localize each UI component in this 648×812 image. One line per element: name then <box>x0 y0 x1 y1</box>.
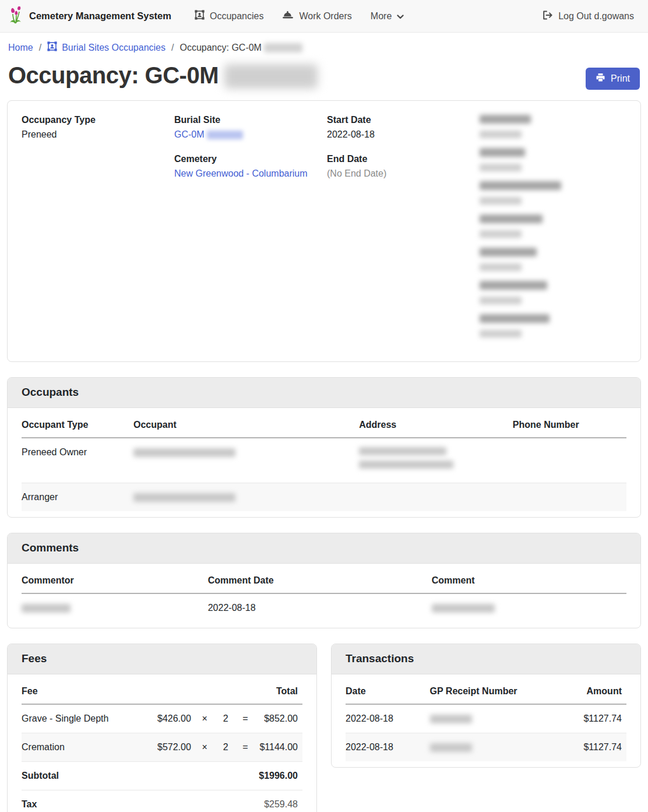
column-header: Fee <box>22 678 148 704</box>
redacted-label <box>480 148 525 157</box>
portrait-frame-icon <box>195 10 205 22</box>
subtotal-label: Subtotal <box>22 762 148 790</box>
occupant-cell <box>133 483 359 512</box>
redacted-text <box>224 64 318 89</box>
table-header-row: Date GP Receipt Number Amount <box>346 678 626 704</box>
field-label: End Date <box>327 154 474 164</box>
fee-qty-cell: 2 <box>218 704 238 733</box>
field-value: Preneed <box>22 129 168 140</box>
redacted-field <box>480 148 626 171</box>
details-column-2: Burial Site GC-0M Cemetery New Greenwood… <box>174 115 321 347</box>
print-button[interactable]: Print <box>586 68 640 90</box>
field-value: 2022-08-18 <box>327 129 474 140</box>
occupants-body: Occupant Type Occupant Address Phone Num… <box>8 408 640 517</box>
fees-body: Fee Total Grave - Single Depth $426.00 ×… <box>8 674 316 812</box>
nav-item-more[interactable]: More <box>364 6 411 26</box>
redacted-field <box>480 281 626 304</box>
breadcrumb-occupancies-link[interactable]: Burial Sites Occupancies <box>47 41 165 54</box>
nav-item-occupancies[interactable]: Occupancies <box>188 5 271 27</box>
redacted-field <box>480 115 626 138</box>
comments-header: Comments <box>8 533 640 564</box>
comments-body: Commentor Comment Date Comment 2022-08-1… <box>8 564 640 628</box>
field-label: Start Date <box>327 115 474 125</box>
page-title: Occupancy: GC-0M <box>8 62 318 89</box>
printer-icon <box>596 73 605 85</box>
column-header: Phone Number <box>513 412 626 438</box>
logout-button[interactable]: Log Out d.gowans <box>543 10 634 22</box>
fees-table: Fee Total Grave - Single Depth $426.00 ×… <box>22 678 302 812</box>
redacted-label <box>480 248 537 256</box>
title-row: Occupancy: GC-0M Print <box>0 58 648 90</box>
nav-links: Occupancies Work Orders More <box>188 5 411 27</box>
comment-cell <box>432 593 626 622</box>
breadcrumb: Home / Burial Sites Occupancies / Occupa… <box>0 33 648 58</box>
top-navbar: Cemetery Management System Occupancies <box>0 0 648 33</box>
table-row: Preneed Owner <box>22 438 626 483</box>
redacted-value <box>480 263 522 271</box>
fees-card: Fees Fee Total Grave - Single <box>7 644 317 812</box>
app-title: Cemetery Management System <box>29 10 171 22</box>
multiply-sign: × <box>196 704 219 733</box>
table-header-row: Occupant Type Occupant Address Phone Num… <box>22 412 626 438</box>
field-label: Burial Site <box>174 115 321 125</box>
tax-label: Tax <box>22 790 148 812</box>
cemetery-field: Cemetery New Greenwood - Columbarium <box>174 154 321 179</box>
address-cell <box>359 483 513 512</box>
nav-item-work-orders[interactable]: Work Orders <box>275 5 358 27</box>
field-label: Cemetery <box>174 154 321 164</box>
fee-qty-cell: 2 <box>218 733 238 762</box>
redacted-text <box>207 131 243 139</box>
redacted-value <box>480 164 522 171</box>
subtotal-value: $1996.00 <box>258 762 302 790</box>
redacted-field <box>480 181 626 205</box>
details-column-3: Start Date 2022-08-18 End Date (No End D… <box>327 115 474 347</box>
redacted-value <box>480 330 522 338</box>
breadcrumb-home-link[interactable]: Home <box>8 43 33 53</box>
end-date-field: End Date (No End Date) <box>327 154 474 179</box>
burial-site-field: Burial Site GC-0M <box>174 115 321 140</box>
address-cell <box>359 438 513 483</box>
field-label: Occupancy Type <box>22 115 168 125</box>
column-header: Amount <box>548 678 626 704</box>
occupants-card: Occupants Occupant Type Occupant Address… <box>7 377 641 518</box>
tax-row: Tax $259.48 <box>22 790 302 812</box>
app-brand: Cemetery Management System <box>8 6 171 26</box>
table-row: Grave - Single Depth $426.00 × 2 = $852.… <box>22 704 302 733</box>
breadcrumb-section-label: Burial Sites Occupancies <box>62 43 165 53</box>
hard-hat-icon <box>282 10 294 22</box>
table-row: 2022-08-18 $1127.74 <box>346 704 626 733</box>
fee-total-cell: $852.00 <box>258 704 302 733</box>
redacted-text <box>430 743 472 752</box>
phone-cell <box>513 483 626 512</box>
redacted-label <box>480 181 561 190</box>
amount-cell: $1127.74 <box>548 733 626 762</box>
redacted-value <box>480 197 522 205</box>
redacted-field <box>480 215 626 238</box>
receipt-number-cell <box>430 704 548 733</box>
table-row: Arranger <box>22 483 626 512</box>
fee-price-cell: $426.00 <box>148 704 196 733</box>
table-header-row: Commentor Comment Date Comment <box>22 567 626 593</box>
redacted-value <box>480 230 522 238</box>
redacted-text <box>22 604 71 613</box>
table-header-row: Fee Total <box>22 678 302 704</box>
fees-header: Fees <box>8 644 316 674</box>
details-column-1: Occupancy Type Preneed <box>22 115 168 347</box>
redacted-field <box>480 248 626 271</box>
cemetery-link[interactable]: New Greenwood - Columbarium <box>174 168 308 178</box>
commentor-cell <box>22 593 208 622</box>
occupant-type-cell: Arranger <box>22 483 133 512</box>
tax-value: $259.48 <box>258 790 302 812</box>
redacted-text <box>359 461 453 469</box>
redacted-label <box>480 215 543 223</box>
breadcrumb-separator: / <box>171 43 174 53</box>
field-value: New Greenwood - Columbarium <box>174 168 321 179</box>
redacted-value <box>480 131 522 138</box>
equals-sign: = <box>238 733 258 762</box>
field-value: (No End Date) <box>327 168 474 179</box>
column-header: Commentor <box>22 567 208 593</box>
start-date-field: Start Date 2022-08-18 <box>327 115 474 140</box>
transactions-table: Date GP Receipt Number Amount 2022-08-18… <box>346 678 626 761</box>
chevron-down-icon <box>397 11 404 22</box>
burial-site-link[interactable]: GC-0M <box>174 129 205 139</box>
